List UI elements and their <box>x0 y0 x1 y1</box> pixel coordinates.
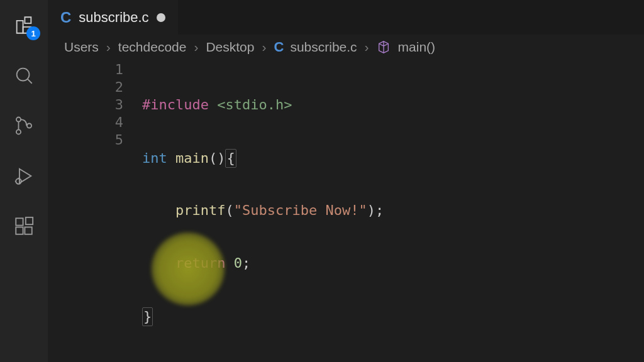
chevron-right-icon: › <box>262 40 266 55</box>
svg-point-4 <box>27 123 31 128</box>
code-body[interactable]: #include <stdio.h> int main(){ printf("S… <box>142 60 644 362</box>
breadcrumb-seg[interactable]: Users <box>64 40 99 55</box>
symbol-method-icon <box>377 40 391 54</box>
c-file-icon: C <box>274 39 284 55</box>
search-icon[interactable] <box>13 64 35 87</box>
chevron-right-icon: › <box>106 40 111 55</box>
line-number: 4 <box>48 114 142 131</box>
line-number: 5 <box>48 131 142 149</box>
tab-filename: subscribe.c <box>79 9 148 26</box>
c-file-icon: C <box>60 9 71 26</box>
main-area: C subscribe.c Users › techdecode › Deskt… <box>48 0 644 362</box>
svg-line-1 <box>28 79 32 84</box>
source-control-icon[interactable] <box>13 114 35 137</box>
explorer-icon[interactable]: 1 <box>13 14 35 36</box>
svg-point-3 <box>16 129 21 134</box>
code-editor[interactable]: 1 2 3 4 5 #include <stdio.h> int main(){… <box>48 60 644 362</box>
breadcrumb-symbol[interactable]: main() <box>398 40 436 55</box>
code-line[interactable]: return 0; <box>142 255 644 272</box>
breadcrumb[interactable]: Users › techdecode › Desktop › C subscri… <box>48 35 644 60</box>
activity-bar: 1 <box>0 0 48 362</box>
line-number: 2 <box>48 79 142 96</box>
svg-point-5 <box>16 178 21 184</box>
code-line[interactable]: #include <stdio.h> <box>142 96 644 114</box>
svg-point-2 <box>16 118 21 122</box>
svg-rect-9 <box>26 217 33 224</box>
breadcrumb-seg[interactable]: techdecode <box>118 40 187 55</box>
svg-rect-8 <box>25 227 31 234</box>
chevron-right-icon: › <box>365 40 369 55</box>
tab-strip: C subscribe.c <box>48 0 644 35</box>
code-line[interactable]: } <box>142 307 644 325</box>
line-number: 1 <box>48 61 142 79</box>
svg-rect-6 <box>16 218 23 225</box>
explorer-badge: 1 <box>26 26 40 40</box>
breadcrumb-seg[interactable]: Desktop <box>206 40 254 55</box>
chevron-right-icon: › <box>194 40 198 55</box>
svg-point-0 <box>17 69 30 81</box>
svg-rect-7 <box>16 227 23 234</box>
breadcrumb-file[interactable]: subscribe.c <box>290 40 357 55</box>
line-number: 3 <box>48 96 142 114</box>
editor-tab[interactable]: C subscribe.c <box>48 0 178 35</box>
app-root: 1 C <box>0 0 644 362</box>
unsaved-dot-icon <box>157 13 165 22</box>
run-debug-icon[interactable] <box>13 165 35 187</box>
extensions-icon[interactable] <box>13 215 35 238</box>
code-line[interactable]: printf("Subscribe Now!"); <box>142 202 644 219</box>
line-gutter: 1 2 3 4 5 <box>48 60 142 362</box>
code-line[interactable]: int main(){ <box>142 149 644 167</box>
